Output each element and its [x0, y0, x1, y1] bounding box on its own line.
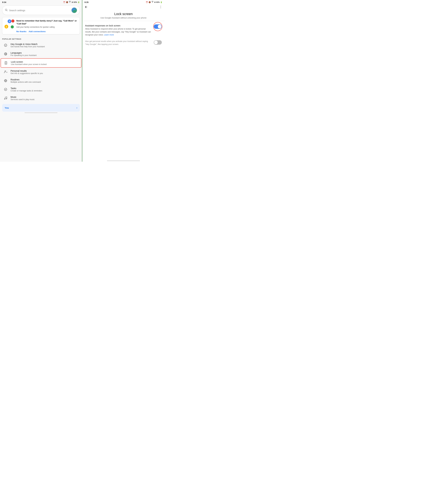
hey-google-subtitle: Get hands-free help from your Assistant: [11, 46, 45, 48]
routines-title: Routines: [11, 78, 41, 81]
settings-item-routines[interactable]: Routines Multiple actions with one comma…: [1, 76, 81, 85]
lock-screen-icon: [3, 60, 9, 66]
right-time: 9:35: [84, 1, 89, 3]
search-icon: [5, 8, 8, 12]
right-page-title: Lock screen: [86, 12, 161, 16]
hey-google-icon: [3, 42, 8, 48]
block-icon: ⊘: [72, 1, 73, 3]
settings-item-personal-results[interactable]: Personal results Get info & suggestions …: [1, 68, 81, 76]
search-bar[interactable]: [2, 6, 80, 15]
dot-green-icon: [11, 25, 14, 28]
main-toggle-description: Allow Assistant to respond when your pho…: [85, 28, 152, 36]
back-button[interactable]: [84, 5, 88, 9]
avatar[interactable]: [71, 7, 77, 13]
personal-results-icon: [3, 69, 8, 75]
languages-text: Languages For speaking to your Assistant: [11, 52, 36, 56]
personal-results-title: Personal results: [11, 70, 43, 72]
languages-subtitle: For speaking to your Assistant: [11, 54, 36, 56]
dot-blue-icon: [8, 19, 11, 23]
wifi-icon: [69, 1, 71, 3]
battery-pct: 63%: [74, 1, 77, 3]
tasks-subtitle: Create or manage tasks & reminders: [11, 90, 42, 92]
music-title: Music: [11, 96, 35, 98]
secondary-toggle-thumb: [154, 41, 158, 44]
right-scroll-indicator: [107, 161, 140, 161]
mute-icon: 🔕: [66, 1, 68, 3]
svg-point-22: [161, 6, 161, 6]
learn-more-link[interactable]: Learn more: [104, 34, 114, 36]
svg-point-11: [5, 71, 6, 72]
secondary-toggle-switch[interactable]: [154, 40, 162, 45]
lock-screen-text: Lock screen Use Assistant when your scre…: [11, 61, 47, 65]
main-toggle-heading: Assistant responses on lock screen: [85, 24, 152, 27]
no-thanks-button[interactable]: No thanks: [16, 30, 26, 33]
dot-yellow-icon: [5, 25, 8, 28]
search-input[interactable]: [9, 9, 70, 12]
right-battery-icon: 🔋: [160, 1, 162, 3]
main-toggle-switch[interactable]: [154, 24, 162, 29]
alarm-icon: ⏰: [63, 1, 65, 3]
settings-list: Hey Google & Voice Match Get hands-free …: [0, 41, 82, 102]
music-text: Music Services used to play music: [11, 96, 35, 101]
left-panel: 9:34 ⏰ 🔕 ⊘ 63% 🔋: [0, 0, 82, 162]
main-toggle-text: Assistant responses on lock screen Allow…: [85, 24, 152, 36]
routines-icon: [3, 78, 8, 84]
languages-title: Languages: [11, 52, 36, 54]
svg-point-21: [152, 2, 152, 3]
personal-results-text: Personal results Get info & suggestions …: [11, 70, 43, 74]
hey-google-text: Hey Google & Voice Match Get hands-free …: [11, 43, 45, 48]
promo-actions: No thanks Add connections: [5, 30, 77, 33]
settings-item-lock-screen[interactable]: Lock screen Use Assistant when your scre…: [1, 58, 81, 68]
right-alarm-icon: ⏰: [146, 1, 148, 3]
promo-icons: ❤️: [5, 19, 14, 28]
svg-point-23: [161, 7, 161, 7]
right-block-icon: ⊘: [154, 1, 156, 3]
personal-results-subtitle: Get info & suggestions specific to you: [11, 72, 43, 74]
promo-text: Need to remember that family story? Just…: [16, 19, 77, 28]
promo-subtitle: Add your family connections for quicker …: [16, 26, 77, 28]
left-scroll-indicator: [25, 113, 57, 113]
music-icon: [3, 95, 8, 101]
right-page-subtitle: Use Google Assistant without unlocking y…: [86, 17, 161, 19]
svg-point-3: [74, 9, 75, 10]
right-title-section: Lock screen Use Google Assistant without…: [82, 11, 165, 20]
music-subtitle: Services used to play music: [11, 99, 35, 101]
you-card-label: You: [5, 106, 9, 109]
tasks-text: Tasks Create or manage tasks & reminders: [11, 87, 42, 92]
top-divider: [82, 21, 165, 21]
tasks-title: Tasks: [11, 87, 42, 90]
svg-point-0: [70, 2, 70, 3]
toggle-thumb: [158, 25, 161, 28]
svg-point-5: [6, 26, 7, 27]
settings-item-music[interactable]: Music Services used to play music: [1, 94, 81, 102]
right-battery-pct: 63%: [156, 1, 160, 3]
left-status-bar: 9:34 ⏰ 🔕 ⊘ 63% 🔋: [0, 0, 82, 4]
svg-line-2: [7, 10, 7, 11]
hey-google-title: Hey Google & Voice Match: [11, 43, 45, 45]
promo-card: ❤️ Need to remember that family story? J…: [2, 17, 80, 34]
main-toggle-section: Assistant responses on lock screen Allow…: [82, 22, 165, 38]
svg-point-1: [5, 9, 7, 11]
right-header: [82, 4, 165, 11]
svg-point-20: [6, 98, 7, 99]
right-wifi-icon: [152, 1, 154, 3]
right-status-bar: 9:35 ⏰ 🔕 ⊘ 63% 🔋: [82, 0, 165, 4]
lock-screen-title: Lock screen: [11, 61, 47, 63]
settings-item-hey-google[interactable]: Hey Google & Voice Match Get hands-free …: [1, 41, 81, 49]
routines-subtitle: Multiple actions with one command: [11, 81, 41, 83]
lock-screen-subtitle: Use Assistant when your screen is locked: [11, 63, 47, 65]
settings-item-tasks[interactable]: Tasks Create or manage tasks & reminders: [1, 85, 81, 94]
left-status-icons: ⏰ 🔕 ⊘ 63% 🔋: [63, 1, 80, 3]
more-options-button[interactable]: [159, 5, 162, 9]
svg-point-10: [6, 63, 6, 64]
main-toggle-row: Assistant responses on lock screen Allow…: [85, 24, 162, 36]
languages-icon: [3, 51, 8, 57]
secondary-toggle-section: Also get personal results when you activ…: [82, 38, 165, 48]
settings-item-languages[interactable]: Languages For speaking to your Assistant: [1, 49, 81, 58]
right-mute-icon: 🔕: [149, 1, 151, 3]
you-card[interactable]: You ›: [2, 104, 80, 112]
add-connections-button[interactable]: Add connections: [28, 30, 46, 33]
right-panel: 9:35 ⏰ 🔕 ⊘ 63% 🔋: [82, 0, 165, 162]
svg-point-19: [4, 99, 5, 99]
svg-point-24: [161, 8, 161, 8]
